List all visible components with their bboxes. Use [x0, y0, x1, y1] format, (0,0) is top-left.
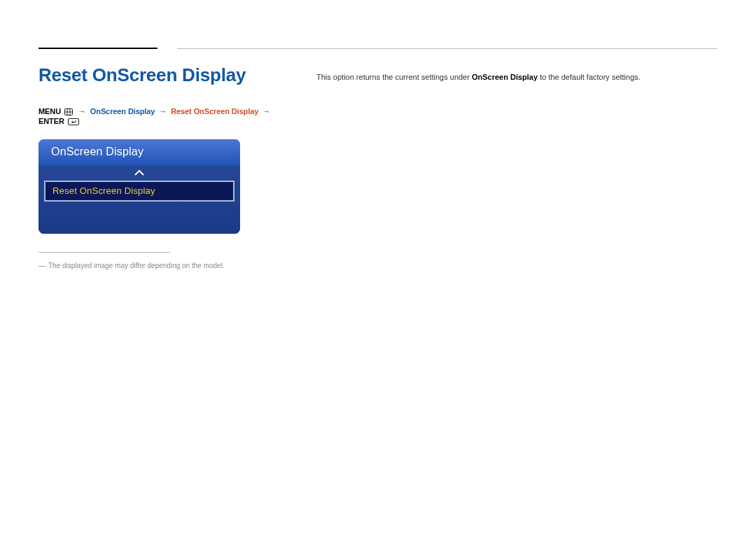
breadcrumb-level1: OnScreen Display — [90, 107, 155, 115]
manual-page: Reset OnScreen Display MENU → OnScreen D… — [0, 0, 756, 534]
osd-item-reset-onscreen-display[interactable]: Reset OnScreen Display — [44, 181, 234, 202]
osd-item-container: Reset OnScreen Display — [38, 181, 240, 207]
footnote-rule — [38, 252, 170, 253]
section-rule-long — [177, 48, 718, 49]
osd-panel-footer — [38, 207, 240, 234]
description-post: to the default factory settings. — [538, 73, 640, 81]
breadcrumb-level2: Reset OnScreen Display — [171, 107, 258, 115]
breadcrumb: MENU → OnScreen Display → Reset OnScreen… — [38, 107, 276, 127]
page-title: Reset OnScreen Display — [38, 64, 276, 86]
svg-rect-4 — [68, 119, 78, 125]
osd-panel-title: OnScreen Display — [38, 139, 240, 166]
description-bold: OnScreen Display — [472, 73, 538, 81]
description-pre: This option returns the current settings… — [316, 73, 472, 81]
breadcrumb-arrow-3: → — [260, 107, 272, 115]
breadcrumb-arrow-2: → — [157, 107, 169, 115]
osd-scroll-up[interactable] — [38, 166, 240, 181]
osd-panel: OnScreen Display Reset OnScreen Display — [38, 139, 240, 234]
breadcrumb-menu-label: MENU — [38, 107, 61, 115]
footnote: ―The displayed image may differ dependin… — [38, 261, 240, 270]
footnote-text: The displayed image may differ depending… — [48, 262, 225, 269]
breadcrumb-arrow-1: → — [76, 107, 88, 115]
enter-return-icon — [68, 118, 79, 127]
breadcrumb-enter-label: ENTER — [38, 117, 64, 125]
chevron-up-icon — [134, 167, 145, 178]
footnote-block: ―The displayed image may differ dependin… — [38, 252, 240, 270]
description: This option returns the current settings… — [316, 72, 718, 83]
footnote-dash: ― — [38, 262, 48, 269]
section-rule-short — [38, 48, 158, 49]
left-column: Reset OnScreen Display MENU → OnScreen D… — [38, 64, 276, 270]
menu-grid-icon — [64, 108, 73, 117]
